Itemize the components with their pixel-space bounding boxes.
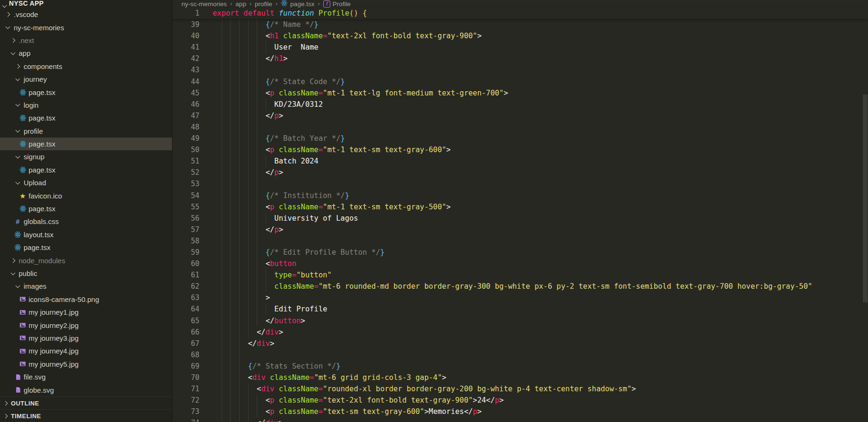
code-line[interactable]: 54{/* Institution */} [172,190,868,201]
code-line[interactable]: 74</div> [172,417,868,422]
indent-guide [230,201,239,213]
tree-item-label: Upload [24,179,46,187]
indent-guide [266,42,275,53]
indent-guide [213,76,222,87]
code-line[interactable]: 64Edit Profile [172,303,868,315]
tree-item[interactable]: ny-sc-memories [0,21,172,34]
code-token: h1 [270,32,279,40]
line-number: 41 [172,42,199,53]
tree-item[interactable]: #globals.css [0,215,172,228]
code-line[interactable]: 48 [172,121,868,133]
tree-item[interactable]: page.tsx [0,164,172,176]
tree-item[interactable]: my journey5.jpg [0,358,172,370]
tree-item[interactable]: page.tsx [0,112,172,124]
indent-guide [248,190,257,201]
indent-guide [230,281,239,292]
tree-item[interactable]: journey [0,73,172,86]
line-number: 1 [172,8,199,19]
code-line[interactable]: 59{/* Edit Profile Button */} [172,247,868,258]
tree-item[interactable]: my journey3.jpg [0,332,172,344]
code-line[interactable]: 73<p className="text-sm text-gray-600">M… [172,406,868,417]
indent-guide [257,42,266,53]
code-line[interactable]: 53 [172,178,868,189]
breadcrumb-item[interactable]: profile [255,0,272,8]
code-token: "mt-1 text-sm text-gray-600" [323,146,446,154]
tree-item[interactable]: my journey1.jpg [0,306,172,319]
code-token [275,407,279,416]
indent-guide [257,121,266,133]
code-line[interactable]: 57</p> [172,224,868,235]
code-line[interactable]: 39{/* Name */} [172,19,868,30]
indent-guide [230,315,239,327]
sticky-scroll-line[interactable]: 1export default function Profile() { [172,8,868,19]
tree-item[interactable]: page.tsx [0,241,172,254]
tree-item[interactable]: profile [0,125,172,138]
tree-item[interactable]: icons8-camera-50.png [0,293,172,306]
code-line[interactable]: 69{/* Stats Section */} [172,361,868,372]
code-line[interactable]: 1export default function Profile() { [172,8,868,19]
indent-guide [239,315,248,327]
breadcrumb-item[interactable]: page.tsx [281,0,314,8]
code-token: University of Lagos [275,214,358,223]
code-line[interactable]: 52</p> [172,167,868,178]
code-line[interactable]: 58 [172,235,868,247]
tree-item[interactable]: page.tsx [0,202,172,215]
tree-item[interactable]: globe.svg [0,383,172,396]
tree-item[interactable]: Upload [0,176,172,189]
tree-item[interactable]: page.tsx [0,86,172,98]
code-line[interactable]: 65</button> [172,315,868,327]
breadcrumb-item[interactable]: fProfile [323,0,351,8]
code-line[interactable]: 47</p> [172,110,868,121]
tree-item-label: globals.css [24,217,59,225]
code-line[interactable]: 55<p className="mt-1 text-sm text-gray-5… [172,201,868,213]
code-line[interactable]: 56University of Lagos [172,213,868,224]
scrollbar-thumb[interactable] [863,95,868,302]
tree-item[interactable]: node_modules [0,254,172,267]
sidebar-section-timeline[interactable]: TIMELINE [0,409,172,422]
breadcrumb-label: app [235,0,246,8]
code-line[interactable]: 72<p className="text-2xl font-bold text-… [172,395,868,406]
code-line[interactable]: 41User Name [172,42,868,53]
tree-item[interactable]: signup [0,150,172,163]
code-line[interactable]: 45<p className="mt-1 text-lg font-medium… [172,87,868,99]
tree-item[interactable]: components [0,60,172,73]
tree-item[interactable]: app [0,47,172,60]
tree-item[interactable]: login [0,99,172,112]
breadcrumb-item[interactable]: ny-sc-memories [181,0,227,8]
indent-guide [257,167,266,178]
code-line[interactable]: 50<p className="mt-1 text-sm text-gray-6… [172,144,868,155]
tree-item[interactable]: my journey2.jpg [0,319,172,331]
sidebar-section-outline[interactable]: OUTLINE [0,396,172,409]
tree-item[interactable]: page.tsx [0,138,172,150]
explorer-section-header[interactable]: NYSC APP [0,0,172,8]
code-line[interactable]: 44{/* State Code */} [172,76,868,87]
code-line[interactable]: 43 [172,64,868,76]
code-line[interactable]: 63> [172,292,868,303]
code-line[interactable]: 40<h1 className="text-2xl font-bold text… [172,30,868,42]
code-line[interactable]: 51Batch 2024 [172,155,868,167]
tree-item[interactable]: layout.tsx [0,228,172,241]
code-line[interactable]: 71<div className="rounded-xl border bord… [172,383,868,395]
code-line[interactable]: 46KD/23A/0312 [172,99,868,110]
code-line[interactable]: 49{/* Batch Year */} [172,133,868,144]
image-icon [19,335,27,341]
editor-scrollbar[interactable] [862,0,868,422]
tree-item[interactable]: my journey4.jpg [0,344,172,357]
code-line[interactable]: 70<div className="mt-6 grid grid-cols-3 … [172,372,868,383]
tree-item[interactable]: .next [0,34,172,47]
code-line[interactable]: 66</div> [172,327,868,338]
code-line[interactable]: 68 [172,349,868,361]
code-line[interactable]: 67</div> [172,338,868,349]
code-line[interactable]: 42</h1> [172,53,868,64]
code-line[interactable]: 62className="mt-6 rounded-md border bord… [172,281,868,292]
indent-guide [239,76,248,87]
tree-item[interactable]: .vscode [0,8,172,21]
tree-item[interactable]: ★favicon.ico [0,189,172,202]
code-line[interactable]: 60<button [172,258,868,269]
breadcrumb-item[interactable]: app [235,0,246,8]
tree-item[interactable]: public [0,267,172,280]
tree-item[interactable]: images [0,280,172,293]
code-line[interactable]: 61type="button" [172,269,868,281]
tree-item[interactable]: file.svg [0,370,172,383]
indent-guide [230,133,239,144]
